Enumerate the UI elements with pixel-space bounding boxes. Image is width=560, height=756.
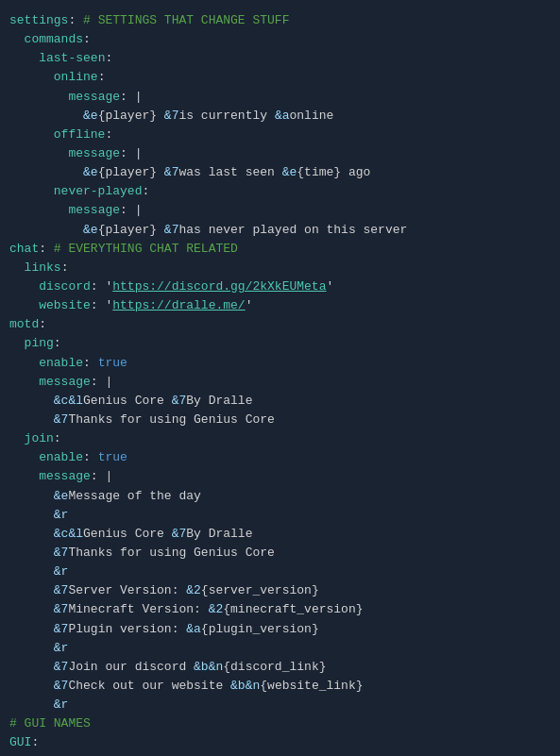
color-code: &2 <box>209 602 224 616</box>
text-value: Minecraft Version: <box>68 602 208 616</box>
code-line: discord: 'https://discord.gg/2kXkEUMeta' <box>0 277 560 296</box>
code-line: &r <box>0 563 560 581</box>
text-value: : <box>83 450 98 464</box>
text-value: : ' <box>91 279 112 294</box>
text-value: {player} <box>98 109 164 123</box>
code-line: chat: # EVERYTHING CHAT RELATED <box>0 240 560 259</box>
yaml-key: join <box>25 431 54 445</box>
yaml-key: message <box>39 375 91 389</box>
code-line: &7Join our discord &b&n{discord_link} <box>0 658 560 677</box>
code-line: message: | <box>0 144 560 163</box>
text-value: Check out our website <box>68 679 230 693</box>
color-code: &e <box>83 109 98 123</box>
code-line: never-played: <box>0 182 560 201</box>
color-code: &7 <box>172 394 187 408</box>
yaml-comment: # EVERYTHING CHAT RELATED <box>54 242 238 256</box>
text-value: : | <box>91 375 112 389</box>
text-value: : <box>105 51 112 65</box>
text-value: Thanks for using Genius Core <box>68 412 274 427</box>
text-value: : <box>83 356 98 370</box>
code-line: motd: <box>0 315 560 334</box>
text-value: : <box>98 70 106 84</box>
color-code: &2 <box>186 583 201 597</box>
color-code: &r <box>54 641 69 655</box>
color-code: &n <box>209 660 224 674</box>
yaml-key: GUI <box>9 735 31 749</box>
code-line: last-seen: <box>0 49 560 68</box>
yaml-key: settings <box>9 13 68 27</box>
text-value: Thanks for using Genius Core <box>68 546 274 560</box>
text-value: Plugin version: <box>68 622 186 636</box>
text-value: {website_link} <box>260 679 363 693</box>
text-value: {player} <box>98 223 164 237</box>
text-value: : <box>31 735 39 749</box>
yaml-key: ping <box>25 336 54 350</box>
yaml-key: discord <box>39 279 91 294</box>
text-value: was last seen <box>178 165 281 179</box>
yaml-key: online <box>54 70 98 84</box>
color-code: &a <box>186 622 201 636</box>
text-value: : <box>39 317 46 331</box>
code-line: &e{player} &7was last seen &e{time} ago <box>0 163 560 182</box>
color-code: &a <box>275 109 290 123</box>
text-value: : | <box>120 203 142 217</box>
color-code: &7 <box>54 679 69 693</box>
color-code: &b <box>194 660 209 674</box>
code-line: &7Thanks for using Genius Core <box>0 544 560 563</box>
code-line: &eMessage of the day <box>0 487 560 506</box>
text-value: : | <box>120 90 142 104</box>
color-code: &7 <box>54 602 69 616</box>
code-line: links: <box>0 259 560 277</box>
color-code: &7 <box>54 412 69 427</box>
color-code: &l <box>68 527 83 541</box>
code-line: &7Server Version: &2{server_version} <box>0 581 560 600</box>
text-value: By Dralle <box>186 527 252 541</box>
color-code: &7 <box>54 583 69 597</box>
color-code: &l <box>68 394 83 408</box>
color-code: &7 <box>172 527 187 541</box>
text-value: is currently <box>178 109 274 123</box>
url-value: https://dralle.me/ <box>112 298 245 312</box>
text-value: : <box>83 32 91 46</box>
text-value: Genius Core <box>83 394 172 408</box>
color-code: &e <box>83 165 98 179</box>
text-value: : <box>105 127 112 142</box>
text-value: {player} <box>98 165 164 179</box>
text-value: ' <box>246 298 253 312</box>
yaml-key: never-played <box>54 184 143 198</box>
color-code: &7 <box>54 660 69 674</box>
text-value: : | <box>91 469 112 483</box>
yaml-key: message <box>68 203 120 217</box>
bool-value: true <box>98 356 127 370</box>
yaml-key: message <box>39 469 91 483</box>
color-code: &7 <box>54 622 69 636</box>
text-value: Message of the day <box>68 489 200 503</box>
text-value: Genius Core <box>83 527 172 541</box>
color-code: &e <box>83 223 98 237</box>
code-line: &e{player} &7is currently &aonline <box>0 107 560 126</box>
code-line: enable: true <box>0 354 560 373</box>
text-value: : <box>54 431 61 445</box>
yaml-key: offline <box>54 127 106 142</box>
code-line: &c&lGenius Core &7By Dralle <box>0 525 560 544</box>
yaml-comment: # GUI NAMES <box>9 716 91 731</box>
code-line: message: | <box>0 373 560 392</box>
color-code: &n <box>246 679 261 693</box>
text-value: online <box>289 109 333 123</box>
color-code: &7 <box>164 223 179 237</box>
code-line: &7Thanks for using Genius Core <box>0 411 560 429</box>
code-line: &r <box>0 506 560 525</box>
yaml-key: commands <box>25 32 83 46</box>
text-value: : | <box>120 146 142 160</box>
bool-value: true <box>98 450 127 464</box>
color-code: &e <box>54 489 69 503</box>
yaml-key: website <box>39 298 91 312</box>
code-line: GUI: <box>0 733 560 752</box>
code-line: settings: # SETTINGS THAT CHANGE STUFF <box>0 11 560 30</box>
color-code: &7 <box>164 165 179 179</box>
code-line: &r <box>0 639 560 658</box>
code-line: &e{player} &7has never played on this se… <box>0 221 560 240</box>
text-value: : <box>54 336 61 350</box>
text-value: Join our discord <box>68 660 194 674</box>
yaml-key: chat <box>9 242 39 256</box>
